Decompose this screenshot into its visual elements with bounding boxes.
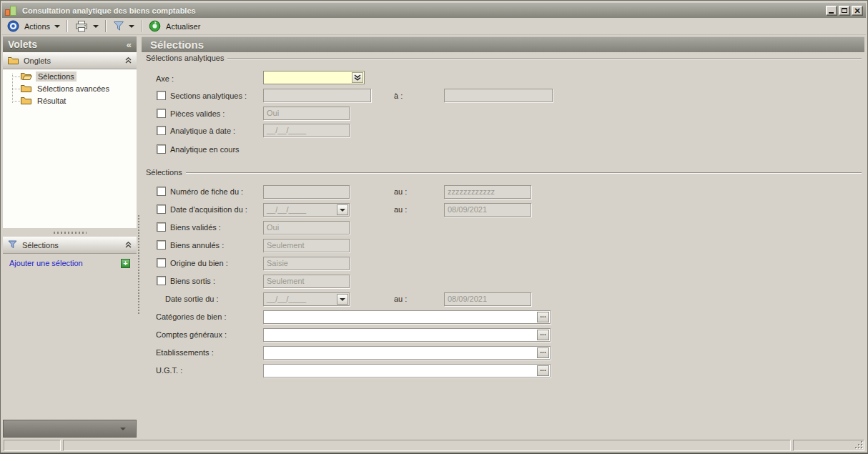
date-sortie-dropdown-button[interactable] [337,294,348,305]
field-value: 08/09/2021 [448,295,487,303]
group-header-selections[interactable]: Sélections [3,237,137,254]
biens-sortis-checkbox[interactable] [157,276,166,285]
tree-item-label: Sélections [36,71,77,82]
sections-analytiques-from-field[interactable] [263,89,371,102]
panel-splitter[interactable] [138,215,139,314]
field-value: Saisie [267,259,288,267]
pieces-valides-label: Pièces valides : [170,109,225,119]
etablissements-field[interactable]: ... [263,346,551,360]
axe-dropdown-button[interactable] [352,72,363,83]
sections-analytiques-checkbox[interactable] [157,91,166,100]
toolbar: Actions Actualiser [2,18,866,35]
chevron-double-up-icon[interactable] [125,241,132,250]
actions-button[interactable]: Actions [24,22,50,31]
chevron-double-up-icon[interactable] [125,56,132,65]
biens-sortis-label: Biens sortis : [170,277,215,286]
close-button[interactable]: ✕ [852,6,863,16]
date-sortie-combobox[interactable]: __/__/____ [263,292,350,306]
collapse-icon[interactable]: « [127,39,132,50]
field-value: __/__/____ [267,126,306,134]
tree-item-selections[interactable]: Sélections [21,71,77,82]
group-rule [186,172,862,174]
etablissements-label: Etablissements : [156,348,214,357]
categories-bien-field[interactable]: ... [263,310,551,324]
numero-fiche-field[interactable] [263,185,350,199]
sections-analytiques-label: Sections analytiques : [170,92,247,101]
analytique-en-cours-label: Analytique en cours [170,145,240,154]
refresh-button[interactable]: Actualiser [166,22,200,31]
date-acquisition-combobox[interactable]: __/__/____ [263,203,350,217]
comptes-generaux-picker-button[interactable]: ... [537,330,549,340]
toolbar-separator [141,20,142,32]
axe-combobox[interactable] [263,71,365,84]
biens-valides-field: Oui [263,221,350,235]
sidebar-title: Volets [8,39,37,50]
resize-grip[interactable] [854,440,862,448]
chevron-down-icon [120,428,126,430]
date-acquisition-checkbox[interactable] [157,204,166,214]
app-icon-green-bar [10,6,16,16]
sections-analytiques-to-label: à : [394,92,403,101]
group-analytics-header: Sélections analytiques [146,54,862,62]
biens-sortis-field: Seulement [263,275,350,288]
biens-annules-checkbox[interactable] [157,240,166,250]
sidebar-splitter-handle[interactable] [54,232,87,234]
group-header-label: Sélections [22,241,59,250]
printer-icon[interactable] [74,21,89,32]
app-icon [5,5,18,16]
tree-connector [12,77,20,77]
tree-connector [12,101,20,102]
actions-dropdown-caret[interactable] [54,25,60,28]
analytique-a-date-label: Analytique à date : [170,127,235,136]
biens-valides-checkbox[interactable] [157,222,166,232]
status-cell-right [793,440,864,451]
sections-analytiques-to-field[interactable] [444,89,553,102]
comptes-generaux-label: Comptes généraux : [156,330,227,340]
categories-bien-picker-button[interactable]: ... [537,312,549,322]
status-bar [3,439,865,452]
app-icon-orange-bar [5,9,10,16]
titlebar: Consultation analytique des biens compta… [2,2,866,18]
date-sortie-label: Date sortie du : [165,295,219,304]
group-header-onglets[interactable]: Onglets [3,52,137,69]
refresh-icon[interactable] [149,20,161,32]
numero-fiche-checkbox[interactable] [157,187,166,196]
add-selection-button[interactable]: + [121,259,130,268]
sidebar-bottom-bar[interactable] [3,420,137,438]
field-value: Oui [267,109,279,117]
filter-dropdown-caret[interactable] [129,25,134,28]
filter-icon[interactable] [113,21,124,31]
biens-valides-label: Biens validés : [170,223,221,232]
comptes-generaux-field[interactable]: ... [263,328,551,342]
ugt-picker-button[interactable]: ... [537,365,549,376]
tree-item-selections-avancees[interactable]: Sélections avancées [21,83,112,94]
add-selection-link[interactable]: Ajouter une sélection [9,259,83,267]
status-cell-left [4,440,61,451]
ugt-label: U.G.T. : [156,366,182,375]
analytique-en-cours-checkbox[interactable] [157,144,166,154]
date-acquisition-dropdown-button[interactable] [337,204,348,215]
folder-open-icon [21,71,32,82]
actions-icon [7,20,19,32]
add-selection-row: Ajouter une sélection + [3,255,137,271]
tree-item-resultat[interactable]: Résultat [21,95,68,107]
printer-dropdown-caret[interactable] [93,25,99,28]
origine-bien-checkbox[interactable] [157,258,166,267]
etablissements-picker-button[interactable]: ... [537,347,549,358]
minimize-button[interactable] [826,6,837,16]
field-value: zzzzzzzzzzzz [448,187,495,196]
numero-fiche-label: Numéro de fiche du : [170,187,243,197]
maximize-icon [842,8,847,13]
categories-bien-label: Catégories de bien : [156,312,226,322]
group-title: Sélections [146,168,182,177]
close-icon: ✕ [852,6,862,15]
pieces-valides-checkbox[interactable] [157,109,166,118]
maximize-button[interactable] [839,6,850,16]
analytique-a-date-checkbox[interactable] [157,126,166,135]
date-sortie-au-field: 08/09/2021 [444,292,531,306]
sidebar: Volets « Onglets [3,36,137,439]
window-title: Consultation analytique des biens compta… [22,6,196,15]
filter-icon [8,240,17,250]
ugt-field[interactable]: ... [263,364,551,377]
field-value: __/__/____ [267,295,306,303]
